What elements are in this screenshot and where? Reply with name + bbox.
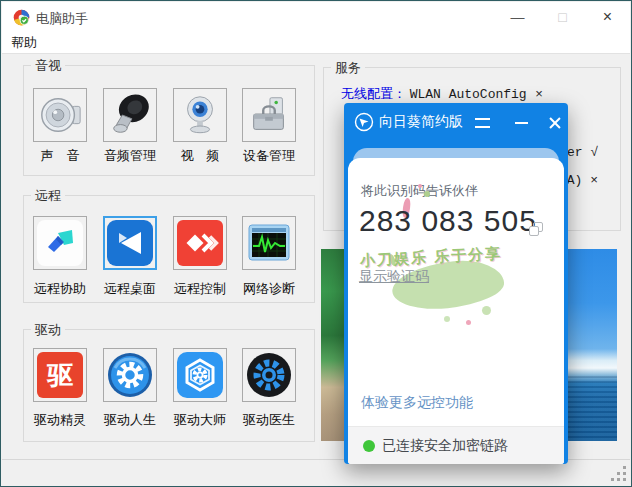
driver-doctor-button[interactable] <box>242 348 296 402</box>
driver-life-icon <box>107 352 153 398</box>
group-label: 远程 <box>31 187 65 205</box>
video-label: 视 频 <box>165 147 235 165</box>
group-label: 音视 <box>31 57 65 75</box>
driver-genius-button[interactable]: 驱 <box>33 348 87 402</box>
resize-grip[interactable] <box>611 466 626 481</box>
remote-desktop-icon <box>107 220 153 266</box>
driver-life-label: 驱动人生 <box>95 411 165 429</box>
remote-desktop-label: 远程桌面 <box>95 280 165 298</box>
remote-control-button[interactable] <box>173 216 227 270</box>
show-verification-code-link[interactable]: 显示验证码 <box>359 268 429 286</box>
connection-status-bar: 已连接安全加密链路 <box>348 426 564 464</box>
sunlogin-logo-icon <box>354 112 374 132</box>
group-label: 服务 <box>331 59 365 77</box>
sunlogin-title: 向日葵简约版 <box>379 113 463 131</box>
service-row-wireless: 无线配置： WLAN AutoConfig × <box>341 85 543 103</box>
driver-genius-label: 驱动精灵 <box>25 411 95 429</box>
watermark-splash <box>444 316 450 322</box>
id-card: 将此识别码告诉伙伴 283 083 505 小刀娱乐 乐于分享 显示验证码 体验… <box>348 158 564 464</box>
app-window: 电脑助手 — □ × 帮助 音视 <box>0 0 632 487</box>
audio-manager-label: 音频管理 <box>95 147 165 165</box>
watermark-splash <box>418 184 422 188</box>
video-button[interactable] <box>173 88 227 142</box>
menu-item-help[interactable]: 帮助 <box>2 32 46 54</box>
close-button[interactable]: × <box>585 2 630 32</box>
network-diagnostic-icon <box>246 220 292 266</box>
watermark-splash <box>482 306 491 315</box>
more-features-link[interactable]: 体验更多远控功能 <box>361 394 473 412</box>
service-status-x-icon[interactable]: × <box>530 86 543 101</box>
device-id-code: 283 083 505 <box>359 204 537 238</box>
network-diagnostic-label: 网络诊断 <box>234 280 304 298</box>
driver-doctor-label: 驱动医生 <box>234 411 304 429</box>
copy-icon[interactable] <box>529 222 545 238</box>
maximize-button[interactable]: □ <box>540 2 585 32</box>
sound-label: 声 音 <box>25 147 95 165</box>
driver-life-button[interactable] <box>103 348 157 402</box>
service-name-label: 无线配置： <box>341 86 406 101</box>
device-manager-button[interactable] <box>242 88 296 142</box>
connection-status-text: 已连接安全加密链路 <box>382 437 508 455</box>
remote-control-icon <box>177 220 223 266</box>
sound-button[interactable] <box>33 88 87 142</box>
watermark-splash <box>424 191 430 197</box>
sunlogin-close-button[interactable] <box>543 111 567 135</box>
palm-trees-strip <box>321 249 344 441</box>
minimize-button[interactable]: — <box>495 2 540 32</box>
service-value: WLAN AutoConfig <box>410 87 527 102</box>
group-label: 驱动 <box>31 321 65 339</box>
remote-desktop-button[interactable] <box>103 216 157 270</box>
hamburger-menu-icon[interactable] <box>470 111 494 135</box>
speaker-icon <box>37 92 83 138</box>
device-manager-label: 设备管理 <box>234 147 304 165</box>
menubar: 帮助 <box>2 32 630 54</box>
sunlogin-minimize-button[interactable] <box>509 111 533 135</box>
audio-manager-button[interactable] <box>103 88 157 142</box>
titlebar: 电脑助手 — □ × <box>2 2 630 32</box>
remote-assist-icon <box>37 220 83 266</box>
driver-master-icon <box>177 352 223 398</box>
driver-doctor-icon <box>246 352 292 398</box>
watermark-splash <box>466 320 471 325</box>
audio-horn-icon <box>107 92 153 138</box>
remote-control-label: 远程控制 <box>165 280 235 298</box>
driver-genius-icon: 驱 <box>37 352 83 398</box>
driver-master-button[interactable] <box>173 348 227 402</box>
window-title: 电脑助手 <box>36 10 88 28</box>
green-status-dot-icon <box>363 440 375 452</box>
service-fragment-check: er √ <box>567 145 598 160</box>
webcam-icon <box>177 92 223 138</box>
app-logo-icon <box>13 9 30 26</box>
remote-assist-button[interactable] <box>33 216 87 270</box>
remote-assist-label: 远程协助 <box>25 280 95 298</box>
toolbox-icon <box>246 92 292 138</box>
sunlogin-window: 向日葵简约版 将此识别码告诉伙伴 283 083 505 小刀娱乐 乐于分享 显… <box>344 103 568 464</box>
network-diagnostic-button[interactable] <box>242 216 296 270</box>
driver-master-label: 驱动大师 <box>165 411 235 429</box>
